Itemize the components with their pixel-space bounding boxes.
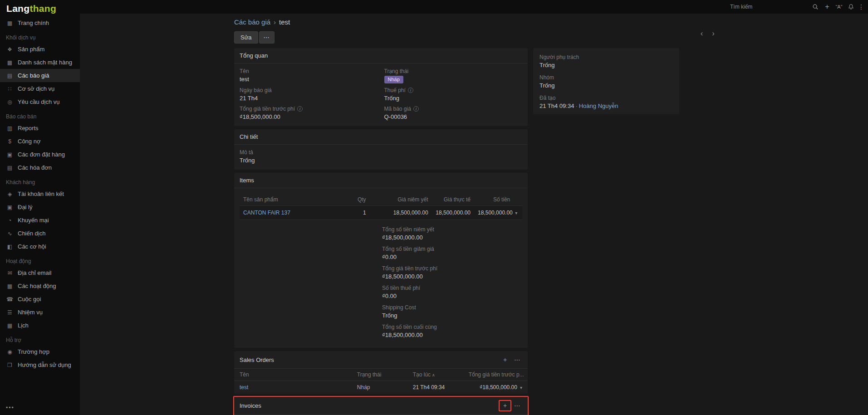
next-record-arrow[interactable]: › [712, 29, 715, 38]
agents-icon: ▣ [6, 204, 14, 210]
summary-field: Tổng giá tiền trước phí ₫18,500,000.00 [382, 265, 522, 280]
reports-icon: ▥ [6, 125, 14, 132]
sidebar: Langthang ▦ Trang chính Khối dịch vụ ❖ S… [0, 0, 80, 415]
activities-icon: ▦ [6, 283, 14, 289]
summary-field: Số tiền thuế phí ₫0.00 [382, 285, 522, 300]
edit-button[interactable]: Sửa [234, 31, 258, 44]
app-logo[interactable]: Langthang [0, 0, 80, 16]
sidebar-item-danh-sach-mat-hang[interactable]: ▩ Danh sách mặt hàng [0, 56, 80, 69]
status-badge: Nháp [384, 76, 403, 83]
sidebar-item-san-pham[interactable]: ❖ Sản phẩm [0, 43, 80, 56]
info-icon[interactable]: i [297, 106, 303, 112]
field-value: Trống [240, 156, 522, 164]
sidebar-item-dia-chi-email[interactable]: ✉ Địa chỉ email [0, 266, 80, 279]
quick-create-icon[interactable]: + [821, 0, 833, 14]
linked-accounts-icon: ◈ [6, 191, 14, 197]
item-qty: 1 [347, 206, 370, 220]
search-icon[interactable] [809, 0, 821, 14]
row-status: Nháp [357, 384, 370, 391]
opportunities-icon: ◧ [6, 244, 14, 250]
sidebar-more-button[interactable]: ••• [6, 405, 15, 411]
summary-field: Tổng số tiền cuối cùng ₫18,500,000.00 [382, 324, 522, 339]
sidebar-item-co-so-dich-vu[interactable]: ∷ Cơ sở dịch vụ [0, 82, 80, 95]
summary-field: Shipping Cost Trống [382, 304, 522, 319]
field-description: Mô tả Trống [240, 149, 522, 164]
campaigns-icon: ∿ [6, 230, 14, 237]
field-label: Ngày báo giá [240, 87, 378, 93]
breadcrumb-parent-link[interactable]: Các báo giá [234, 18, 270, 26]
notifications-bell-icon[interactable] [845, 0, 857, 14]
items-table-header: Tên sản phẩm Qty Giá niêm yết Giá thực t… [240, 194, 522, 206]
sidebar-item-truong-hop[interactable]: ◉ Trường hợp [0, 345, 80, 358]
field-label: Tổng số tiền cuối cùng [382, 324, 522, 330]
create-sales-order-button[interactable]: + [500, 355, 510, 365]
sidebar-item-yeu-cau-dich-vu[interactable]: ◎ Yêu cầu dịch vụ [0, 95, 80, 108]
field-value: test [240, 75, 378, 83]
breadcrumb: Các báo giá›test [234, 14, 683, 27]
email-icon: ✉ [6, 270, 14, 276]
user-guide-icon: ❒ [6, 362, 14, 368]
sidebar-item-label: Reports [18, 125, 39, 132]
column-header: Giá niêm yết [370, 194, 432, 206]
sales-orders-menu-button[interactable]: ⋯ [512, 355, 522, 365]
sales-order-link[interactable]: test [240, 384, 248, 391]
sidebar-item-trang-chinh[interactable]: ▦ Trang chính [0, 16, 80, 29]
record-menu-button[interactable]: ⋯ [259, 31, 275, 44]
promotions-icon: ◔ [6, 217, 14, 224]
sidebar-item-cac-co-hoi[interactable]: ◧ Các cơ hội [0, 240, 80, 253]
sidebar-item-label: Hướng dẫn sử dụng [18, 361, 71, 368]
sidebar-section-khoi-dich-vu: Khối dịch vụ [0, 29, 80, 43]
orders-icon: ▣ [6, 151, 14, 158]
sidebar-item-huong-dan-su-dung[interactable]: ❒ Hướng dẫn sử dụng [0, 358, 80, 371]
plus-icon: + [503, 402, 507, 409]
field-value: ₫0.00 [382, 292, 522, 300]
field-label: Số tiền thuế phí [382, 285, 522, 291]
sidebar-item-cong-no[interactable]: $ Công nợ [0, 135, 80, 148]
overview-panel: Tổng quan Tên test Trạng thái Nháp [234, 48, 528, 126]
sidebar-item-cuoc-goi[interactable]: ☎ Cuộc gọi [0, 293, 80, 306]
calendar-icon: ▦ [6, 322, 14, 329]
sidebar-item-label: Danh sách mặt hàng [18, 59, 72, 66]
language-icon[interactable]: “A” [833, 0, 845, 14]
sidebar-item-cac-hoat-dong[interactable]: ▦ Các hoạt động [0, 279, 80, 293]
menu-kebab-icon[interactable]: ⋮ [857, 0, 866, 14]
column-header: Tên sản phẩm [240, 194, 347, 206]
item-product-link[interactable]: CANTON FAIR 137 [243, 210, 290, 216]
products-icon: ❖ [6, 46, 14, 53]
sidebar-item-label: Các đơn đặt hàng [18, 151, 65, 158]
sidebar-item-chien-dich[interactable]: ∿ Chiến dịch [0, 227, 80, 240]
caret-down-icon[interactable]: ▾ [520, 385, 522, 390]
sidebar-item-cac-hoa-don[interactable]: ▤ Các hóa đơn [0, 161, 80, 174]
sidebar-item-label: Các hóa đơn [18, 164, 52, 171]
info-icon[interactable]: i [408, 88, 413, 93]
sidebar-item-reports[interactable]: ▥ Reports [0, 122, 80, 135]
previous-record-arrow[interactable]: ‹ [701, 29, 703, 38]
sidebar-item-cac-bao-gia[interactable]: ▤ Các báo giá [0, 69, 80, 82]
column-header[interactable]: Tạo lúc∧ [407, 369, 463, 381]
logo-part1: Lang [6, 3, 29, 14]
sidebar-item-label: Địa chỉ email [18, 269, 51, 276]
field-quote-number: Mã báo giá i Q-00036 [384, 106, 523, 121]
sidebar-item-label: Tài khoản liên kết [18, 190, 64, 197]
sidebar-item-label: Chiến dịch [18, 230, 45, 237]
sidebar-item-cac-don-dat-hang[interactable]: ▣ Các đơn đặt hàng [0, 148, 80, 161]
create-invoice-button[interactable]: + [500, 400, 510, 410]
invoices-menu-button[interactable]: ⋯ [512, 400, 522, 410]
item-unit-price: 18,500,000.00 [432, 206, 474, 220]
sidebar-item-khuyen-mai[interactable]: ◔ Khuyến mại [0, 214, 80, 227]
field-value: Trống [539, 61, 673, 69]
field-label: Tổng giá tiền trước phí [382, 265, 522, 272]
sidebar-item-tai-khoan-lien-ket[interactable]: ◈ Tài khoản liên kết [0, 187, 80, 200]
sidebar-item-lich[interactable]: ▦ Lịch [0, 319, 80, 332]
info-icon[interactable]: i [413, 106, 419, 112]
field-label: Thuế phí [384, 87, 406, 93]
sidebar-item-dai-ly[interactable]: ▣ Đại lý [0, 200, 80, 214]
created-by-link[interactable]: Hoàng Nguyễn [579, 103, 618, 109]
global-search-input[interactable] [730, 4, 809, 10]
sidebar-item-nhiem-vu[interactable]: ☰ Nhiệm vụ [0, 306, 80, 319]
field-value: Trống [384, 94, 523, 102]
sidebar-item-label: Lịch [18, 322, 29, 329]
field-label: Tổng số tiền giảm giá [382, 246, 522, 252]
item-row-dropdown-caret[interactable]: ▾ [514, 206, 522, 220]
invoices-icon: ▤ [6, 165, 14, 171]
